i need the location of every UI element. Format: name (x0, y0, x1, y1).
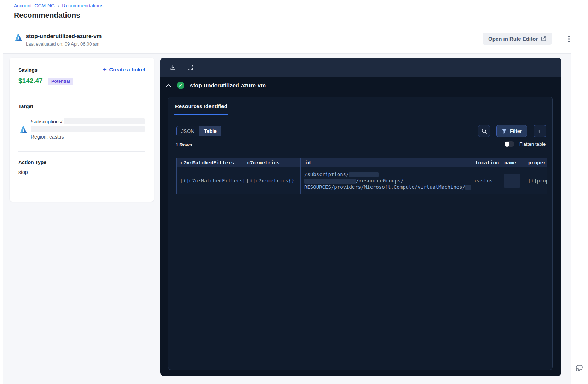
tab-resources-identified[interactable]: Resources Identified (174, 103, 228, 115)
recommendation-title: stop-underutilized-azure-vm (26, 33, 102, 40)
resources-identified-section: Resources Identified JSON Table F (168, 97, 553, 370)
savings-label: Savings (18, 67, 38, 73)
breadcrumb-current-link[interactable]: Recommendations (62, 3, 103, 8)
flatten-table-toggle[interactable] (505, 141, 514, 147)
header-divider (3, 24, 571, 24)
chevron-right-icon: › (58, 3, 59, 8)
breadcrumb-account-link[interactable]: Account: CCM-NG (14, 3, 55, 8)
target-label: Target (18, 104, 33, 109)
chevron-up-icon (166, 84, 171, 87)
create-ticket-label: Create a ticket (109, 66, 145, 72)
chat-icon (575, 363, 585, 373)
open-rule-editor-label: Open in Rule Editor (488, 36, 538, 42)
card-divider (18, 151, 145, 152)
copy-button[interactable] (534, 125, 546, 137)
id-cell: /subscriptions/ /resourceGroups/ RESOURC… (301, 167, 471, 194)
left-edge-divider (0, 0, 3, 384)
recommendation-details-card: Savings + Create a ticket $142.47 Potent… (10, 58, 154, 202)
potential-badge: Potential (48, 78, 73, 85)
copy-icon (537, 128, 543, 134)
column-header-id: id (301, 158, 471, 167)
action-type-label: Action Type (18, 159, 46, 165)
id-line-3: RESOURCES/providers/Microsoft.Compute/vi… (304, 184, 465, 190)
flatten-control: Flatten table (505, 141, 546, 147)
rows-count: 1 Rows (175, 142, 192, 147)
results-table-container: c7n:MatchedFilters c7n:metrics id locati… (176, 158, 547, 195)
panel-toolbar (160, 58, 561, 77)
expand-properties[interactable]: [+]prop (528, 178, 547, 184)
table-header-row: c7n:MatchedFilters c7n:metrics id locati… (177, 158, 547, 167)
results-table: c7n:MatchedFilters c7n:metrics id locati… (176, 158, 547, 194)
create-ticket-button[interactable]: + Create a ticket (103, 66, 145, 72)
download-icon (169, 64, 176, 71)
table-row: [+]c7n:MatchedFilters[] [+]c7n:metrics{}… (177, 167, 547, 194)
recommendations-page: Account: CCM-NG › Recommendations Recomm… (0, 0, 588, 384)
redacted-text (349, 172, 379, 177)
redacted-text (31, 126, 145, 132)
expand-matched-filters[interactable]: [+]c7n:MatchedFilters[] (180, 178, 249, 184)
page-header: Account: CCM-NG › Recommendations Recomm… (3, 0, 571, 54)
card-divider (18, 95, 145, 95)
plus-icon: + (103, 66, 107, 72)
external-link-icon (541, 36, 546, 41)
breadcrumb: Account: CCM-NG › Recommendations (14, 3, 103, 8)
download-button[interactable] (169, 64, 176, 71)
success-check-icon: ✓ (177, 82, 184, 89)
redacted-text (64, 118, 145, 124)
search-icon (481, 128, 487, 134)
column-header-name: name (500, 158, 524, 167)
fullscreen-button[interactable] (187, 64, 194, 71)
view-toggle: JSON Table (176, 126, 221, 136)
search-button[interactable] (478, 125, 490, 137)
filter-icon (502, 129, 507, 134)
savings-amount: $142.47 (18, 77, 43, 85)
filter-label: Filter (510, 128, 522, 134)
open-rule-editor-button[interactable]: Open in Rule Editor (483, 33, 552, 45)
collapse-button[interactable] (166, 84, 171, 87)
azure-icon (14, 33, 23, 42)
column-header-metrics: c7n:metrics (243, 158, 301, 167)
evaluation-results-panel: ✓ stop-underutilized-azure-vm Resources … (160, 58, 561, 376)
location-cell: eastus (471, 167, 500, 194)
id-line-1: /subscriptions/ (304, 171, 349, 177)
view-toggle-table[interactable]: Table (199, 126, 221, 136)
name-cell (500, 167, 524, 194)
run-header: ✓ stop-underutilized-azure-vm (166, 82, 266, 89)
run-title: stop-underutilized-azure-vm (190, 82, 266, 89)
flatten-table-label: Flatten table (519, 141, 546, 147)
page-title: Recommendations (14, 11, 80, 19)
redacted-text (465, 185, 471, 190)
target-path: /subscriptions/ (31, 119, 62, 124)
expand-metrics[interactable]: [+]c7n:metrics{} (247, 178, 294, 184)
column-header-location: location (471, 158, 500, 167)
fullscreen-icon (187, 64, 194, 71)
column-header-properties: properties (524, 158, 547, 167)
redacted-text (304, 179, 356, 184)
azure-icon (19, 125, 28, 134)
view-toggle-json[interactable]: JSON (177, 126, 199, 136)
redacted-text (504, 174, 520, 188)
column-header-matched-filters: c7n:MatchedFilters (177, 158, 243, 167)
recommendation-subtitle: Last evaluated on: 09 Apr, 06:00 am (26, 41, 99, 47)
id-line-2: /resourceGroups/ (356, 178, 404, 184)
filter-button[interactable]: Filter (496, 125, 527, 137)
action-type-value: stop (18, 169, 28, 175)
target-path-block: /subscriptions/ (31, 118, 145, 132)
right-rail (571, 0, 588, 384)
chat-support-button[interactable] (575, 363, 585, 373)
target-region: Region: eastus (31, 134, 64, 140)
